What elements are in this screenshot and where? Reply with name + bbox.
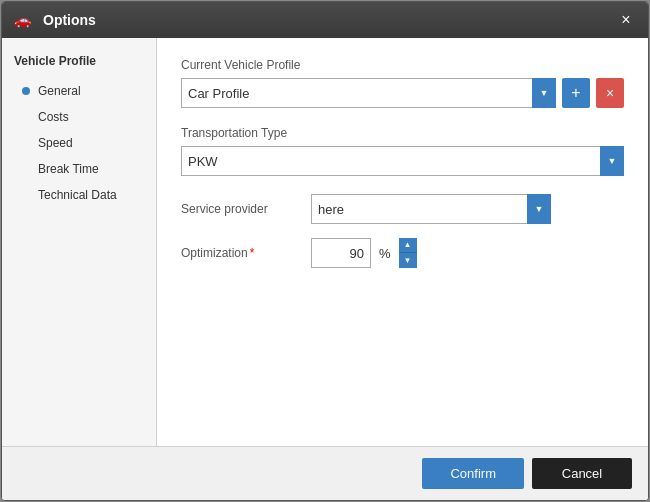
active-dot: [22, 87, 30, 95]
sidebar: Vehicle Profile General Costs Speed Brea…: [2, 38, 157, 446]
content-area: Vehicle Profile General Costs Speed Brea…: [2, 38, 648, 446]
optimization-required: *: [250, 246, 255, 260]
spinner-up-button[interactable]: ▲: [399, 238, 417, 253]
sidebar-item-general-label: General: [38, 84, 81, 98]
service-provider-select[interactable]: here: [311, 194, 551, 224]
sidebar-item-technical-data-label: Technical Data: [38, 188, 117, 202]
optimization-input[interactable]: [311, 238, 371, 268]
vehicle-profile-select-wrapper: Car Profile: [181, 78, 556, 108]
sidebar-item-costs[interactable]: Costs: [2, 104, 156, 130]
optimization-control: % ▲ ▼: [311, 238, 417, 268]
indent-spacer: [22, 191, 30, 199]
sidebar-item-break-time[interactable]: Break Time: [2, 156, 156, 182]
sidebar-item-technical-data[interactable]: Technical Data: [2, 182, 156, 208]
transportation-type-select-wrapper: PKW: [181, 146, 624, 176]
indent-spacer: [22, 139, 30, 147]
service-provider-select-wrapper: here: [311, 194, 551, 224]
sidebar-item-costs-label: Costs: [38, 110, 69, 124]
optimization-unit: %: [379, 246, 391, 261]
transportation-type-select[interactable]: PKW: [181, 146, 624, 176]
dialog-title: Options: [43, 12, 96, 28]
titlebar: 🚗 Options ×: [2, 2, 648, 38]
transportation-type-label: Transportation Type: [181, 126, 624, 140]
main-panel: Current Vehicle Profile Car Profile + × …: [157, 38, 648, 446]
titlebar-left: 🚗 Options: [14, 12, 96, 28]
options-dialog: 🚗 Options × Vehicle Profile General Cost…: [1, 1, 649, 501]
sidebar-section-title: Vehicle Profile: [2, 54, 156, 78]
current-vehicle-profile-label: Current Vehicle Profile: [181, 58, 624, 72]
remove-profile-button[interactable]: ×: [596, 78, 624, 108]
dialog-footer: Confirm Cancel: [2, 446, 648, 500]
confirm-button[interactable]: Confirm: [422, 458, 524, 489]
service-provider-control: here: [311, 194, 551, 224]
add-profile-button[interactable]: +: [562, 78, 590, 108]
sidebar-item-break-time-label: Break Time: [38, 162, 99, 176]
sidebar-item-general[interactable]: General: [2, 78, 156, 104]
service-provider-row: Service provider here: [181, 194, 624, 224]
spinner-down-button[interactable]: ▼: [399, 253, 417, 268]
indent-spacer: [22, 165, 30, 173]
car-icon: 🚗: [14, 12, 31, 28]
optimization-row: Optimization* % ▲ ▼: [181, 238, 624, 268]
cancel-button[interactable]: Cancel: [532, 458, 632, 489]
vehicle-profile-row: Car Profile + ×: [181, 78, 624, 108]
optimization-spinner: ▲ ▼: [399, 238, 417, 268]
transportation-type-group: Transportation Type PKW: [181, 126, 624, 176]
indent-spacer: [22, 113, 30, 121]
sidebar-item-speed-label: Speed: [38, 136, 73, 150]
vehicle-profile-select[interactable]: Car Profile: [181, 78, 556, 108]
optimization-label: Optimization*: [181, 246, 311, 260]
close-button[interactable]: ×: [616, 10, 636, 30]
sidebar-item-speed[interactable]: Speed: [2, 130, 156, 156]
service-provider-label: Service provider: [181, 202, 311, 216]
